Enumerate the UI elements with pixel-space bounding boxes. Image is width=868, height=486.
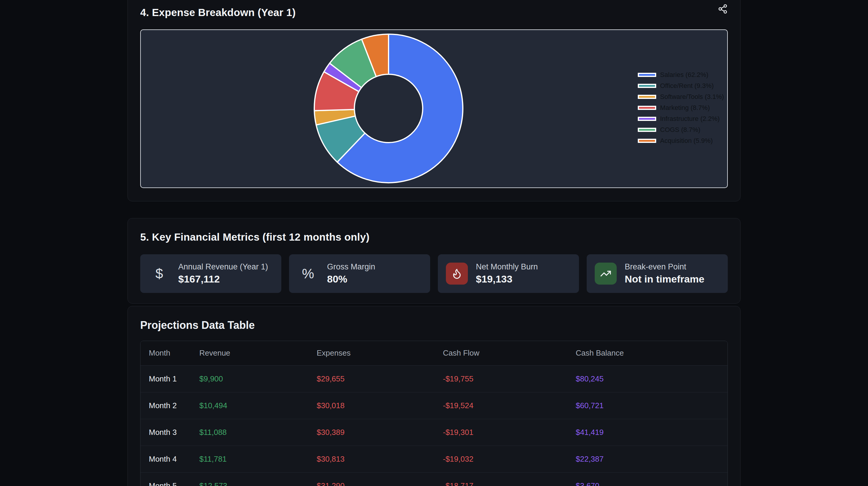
table-row: Month 1$9,900$29,655-$19,755$80,245: [141, 365, 727, 392]
metrics-row: $Annual Revenue (Year 1)$167,112%Gross M…: [140, 254, 728, 293]
share-button[interactable]: [718, 4, 728, 15]
cell-revenue: $12,573: [199, 472, 317, 486]
legend-swatch: [638, 117, 656, 121]
cell-cash-balance: $22,387: [576, 446, 727, 472]
metric-card: $Annual Revenue (Year 1)$167,112: [140, 254, 281, 293]
key-metrics-card: 5. Key Financial Metrics (first 12 month…: [127, 218, 741, 304]
legend-item[interactable]: Office/Rent (9.3%): [638, 80, 724, 91]
cell-month: Month 2: [141, 392, 199, 419]
legend-swatch: [638, 73, 656, 77]
cell-expenses: $30,018: [317, 392, 443, 419]
metric-icon-badge: [446, 263, 468, 284]
legend-label: Marketing (8.7%): [660, 104, 710, 112]
expense-breakdown-card: 4. Expense Breakdown (Year 1) Salaries (…: [127, 0, 741, 202]
cell-month: Month 5: [141, 472, 199, 486]
metric-label: Gross Margin: [327, 262, 375, 272]
cell-cash-balance: $80,245: [576, 365, 727, 392]
cell-expenses: $29,655: [317, 365, 443, 392]
cell-cash-flow: -$19,032: [443, 446, 576, 472]
legend-swatch: [638, 95, 656, 99]
table-row: Month 4$11,781$30,813-$19,032$22,387: [141, 446, 727, 472]
legend-label: COGS (8.7%): [660, 126, 701, 134]
share-icon: [718, 4, 728, 14]
metric-card: Net Monthly Burn$19,133: [438, 254, 579, 293]
cell-expenses: $31,290: [317, 472, 443, 486]
legend-item[interactable]: Marketing (8.7%): [638, 102, 724, 113]
legend-label: Office/Rent (9.3%): [660, 82, 714, 90]
metric-label: Net Monthly Burn: [476, 262, 538, 272]
projections-card: Projections Data Table MonthRevenueExpen…: [127, 306, 741, 486]
legend-label: Salaries (62.2%): [660, 71, 709, 79]
expense-card-title: 4. Expense Breakdown (Year 1): [140, 6, 296, 19]
cell-revenue: $10,494: [199, 392, 317, 419]
metric-icon-cell: %: [289, 266, 327, 282]
metric-card: %Gross Margin80%: [289, 254, 430, 293]
metric-card: Break-even PointNot in timeframe: [587, 254, 728, 293]
metric-value: Not in timeframe: [625, 272, 704, 285]
legend-swatch: [638, 84, 656, 88]
cell-cash-flow: -$19,301: [443, 419, 576, 446]
dollar-icon: $: [155, 266, 163, 282]
metric-icon-badge: [595, 263, 617, 284]
cell-month: Month 1: [141, 365, 199, 392]
metric-icon-cell: $: [140, 266, 178, 282]
projections-table: MonthRevenueExpensesCash FlowCash Balanc…: [140, 341, 728, 486]
cell-expenses: $30,813: [317, 446, 443, 472]
metric-value: $19,133: [476, 272, 538, 285]
cell-cash-balance: $3,670: [576, 472, 727, 486]
cell-cash-balance: $60,721: [576, 392, 727, 419]
column-header-cash-flow: Cash Flow: [443, 341, 576, 365]
cell-cash-flow: -$18,717: [443, 472, 576, 486]
table-row: Month 5$12,573$31,290-$18,717$3,670: [141, 472, 727, 486]
table-row: Month 3$11,088$30,389-$19,301$41,419: [141, 419, 727, 446]
table-card-title: Projections Data Table: [140, 318, 728, 332]
cell-revenue: $11,088: [199, 419, 317, 446]
metric-label: Annual Revenue (Year 1): [178, 262, 268, 272]
legend-swatch: [638, 139, 656, 143]
cell-cash-flow: -$19,524: [443, 392, 576, 419]
trending-up-icon: [600, 268, 611, 279]
legend-label: Infrastructure (2.2%): [660, 115, 720, 123]
table-row: Month 2$10,494$30,018-$19,524$60,721: [141, 392, 727, 419]
column-header-month: Month: [141, 341, 199, 365]
metric-value: $167,112: [178, 272, 268, 285]
percent-icon: %: [302, 266, 314, 282]
cell-month: Month 3: [141, 419, 199, 446]
table-header-row: MonthRevenueExpensesCash FlowCash Balanc…: [141, 341, 727, 365]
legend-item[interactable]: Infrastructure (2.2%): [638, 113, 724, 124]
cell-revenue: $9,900: [199, 365, 317, 392]
legend-item[interactable]: Acquisition (5.9%): [638, 135, 724, 146]
cell-revenue: $11,781: [199, 446, 317, 472]
legend-item[interactable]: COGS (8.7%): [638, 124, 724, 135]
metric-value: 80%: [327, 272, 375, 285]
legend-label: Software/Tools (3.1%): [660, 93, 724, 101]
legend-label: Acquisition (5.9%): [660, 137, 713, 145]
column-header-expenses: Expenses: [317, 341, 443, 365]
expense-donut-chart[interactable]: [311, 31, 466, 186]
column-header-revenue: Revenue: [199, 341, 317, 365]
metrics-card-title: 5. Key Financial Metrics (first 12 month…: [140, 231, 728, 243]
cell-cash-flow: -$19,755: [443, 365, 576, 392]
metric-icon-cell: [587, 263, 625, 284]
page-content: 4. Expense Breakdown (Year 1) Salaries (…: [127, 0, 741, 486]
expense-card-header: 4. Expense Breakdown (Year 1): [140, 6, 728, 19]
column-header-cash-balance: Cash Balance: [576, 341, 727, 365]
metric-icon-cell: [438, 263, 476, 284]
chart-legend: Salaries (62.2%)Office/Rent (9.3%)Softwa…: [638, 69, 724, 146]
expense-chart-panel: Salaries (62.2%)Office/Rent (9.3%)Softwa…: [140, 29, 728, 188]
cell-expenses: $30,389: [317, 419, 443, 446]
flame-icon: [451, 268, 463, 279]
legend-swatch: [638, 128, 656, 132]
legend-item[interactable]: Salaries (62.2%): [638, 69, 724, 80]
legend-item[interactable]: Software/Tools (3.1%): [638, 91, 724, 102]
legend-swatch: [638, 106, 656, 110]
metric-label: Break-even Point: [625, 262, 704, 272]
cell-cash-balance: $41,419: [576, 419, 727, 446]
cell-month: Month 4: [141, 446, 199, 472]
